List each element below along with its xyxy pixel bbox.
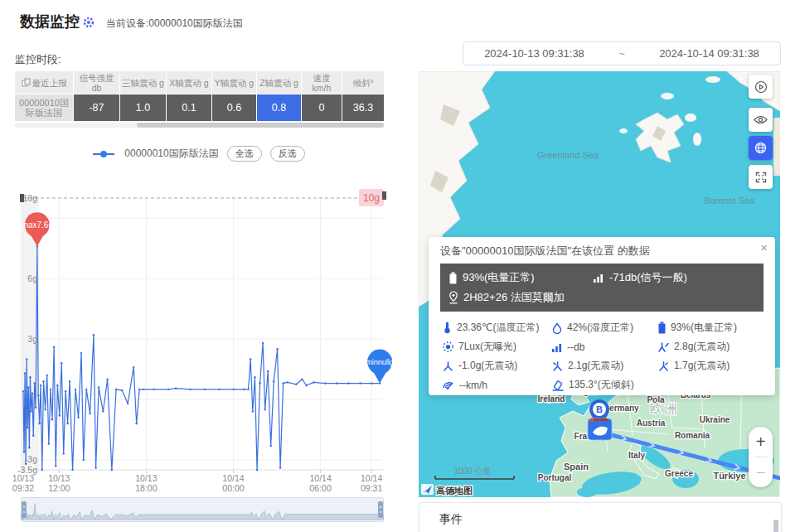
popup-battery-value: 93%(电量正常) xyxy=(463,270,535,285)
report-icon xyxy=(22,78,31,87)
legend-series-item[interactable] xyxy=(93,151,114,157)
tilt-icon xyxy=(551,380,565,391)
zoom-out-button[interactable]: − xyxy=(749,457,773,487)
svg-text:3g: 3g xyxy=(27,334,37,344)
svg-text:10/1406:00: 10/1406:00 xyxy=(309,473,331,493)
map-island xyxy=(693,133,701,146)
table-header-speed: 速度 km/h xyxy=(302,71,342,94)
battery-icon xyxy=(657,322,667,334)
datazoom-right-handle[interactable] xyxy=(378,501,383,518)
svg-text:10/1318:00: 10/1318:00 xyxy=(135,473,157,493)
chart-legend: 00000010国际版法国 全选 反选 xyxy=(0,146,398,162)
europe-cjk-label: 欧洲 xyxy=(650,401,680,415)
end-datetime-input[interactable]: 2024-10-14 09:31:38 xyxy=(638,47,780,60)
monitor-period-label: 监控时段: xyxy=(15,52,61,67)
signal-icon xyxy=(551,342,563,352)
svg-text:10/1312:00: 10/1312:00 xyxy=(48,473,70,493)
select-all-button[interactable]: 全选 xyxy=(227,146,262,162)
table-header-recent: 最近上报 xyxy=(15,71,73,94)
barents-sea-label: Barents Sea xyxy=(705,196,755,206)
amap-logo[interactable]: 高德地图 xyxy=(421,484,473,496)
datazoom-left-handle[interactable] xyxy=(22,501,27,518)
humidity-icon xyxy=(551,322,563,334)
romania-label: Romania xyxy=(675,431,710,440)
vibration-y-icon xyxy=(551,360,564,372)
map-scale-label: 1000 公里 xyxy=(453,467,491,476)
light-icon xyxy=(442,341,454,353)
svg-text:-3g: -3g xyxy=(25,454,37,464)
spain-label: Spain xyxy=(564,462,589,472)
table-cell-speed: 0 xyxy=(302,94,342,121)
svg-text:max7.6g: max7.6g xyxy=(22,220,53,230)
table-header-vibz: Z轴震动 g xyxy=(257,71,301,94)
map-zoom-control: + − xyxy=(749,427,773,487)
page-title: 数据监控 xyxy=(20,12,80,31)
map-island xyxy=(619,128,628,133)
turkiye-label: Türkiye xyxy=(713,471,745,481)
table-cell-vib3: 1.0 xyxy=(120,94,166,121)
events-panel: 事件 xyxy=(419,502,782,532)
svg-text:10/1409:31: 10/1409:31 xyxy=(361,473,382,493)
device-table: 最近上报 信号强度 db 三轴震动 g X轴震动 g Y轴震动 g Z轴震动 g… xyxy=(15,71,384,121)
table-header-vib3: 三轴震动 g xyxy=(120,71,166,94)
svg-text:10g: 10g xyxy=(22,193,37,203)
table-cell-device-name[interactable]: 00000010国际版法国 xyxy=(15,94,73,121)
vibration-line-chart[interactable]: 10g10g9g6g3g-3g-3.5g10/1309:3210/1312:00… xyxy=(0,174,398,499)
map-layer-globe-button[interactable] xyxy=(749,136,773,160)
location-pin-icon xyxy=(448,291,458,304)
table-header-signal: 信号强度 db xyxy=(74,71,119,94)
map-sicily xyxy=(640,480,648,485)
battery-icon xyxy=(448,272,458,284)
portugal-label: Portugal xyxy=(538,473,572,482)
globe-icon xyxy=(754,142,767,154)
zoom-in-button[interactable]: + xyxy=(749,427,773,457)
eye-icon xyxy=(754,114,768,125)
svg-text:minnullg: minnullg xyxy=(366,358,394,366)
svg-text:6g: 6g xyxy=(27,273,37,283)
popup-title: 设备"00000010国际版法国"在该位置 的数据 xyxy=(429,237,775,264)
legend-line-icon xyxy=(93,153,100,155)
events-scrollbar-thumb[interactable] xyxy=(773,520,778,532)
marker-letter: B xyxy=(596,404,603,414)
speed-icon xyxy=(442,380,455,390)
play-icon xyxy=(754,80,768,94)
map-land-strip xyxy=(773,118,780,176)
vibration-3axis-icon xyxy=(657,341,670,353)
start-datetime-input[interactable]: 2024-10-13 09:31:38 xyxy=(463,47,605,60)
table-cell-tilt: 36.3 xyxy=(342,94,384,121)
alert-dot-icon xyxy=(590,418,594,423)
vehicle-badge[interactable] xyxy=(588,418,612,440)
amap-brand-label: 高德地图 xyxy=(436,486,473,496)
invert-selection-button[interactable]: 反选 xyxy=(270,146,305,162)
date-range-separator: ~ xyxy=(605,47,638,60)
popup-timestamp: 2024-10-14 01:38:25 xyxy=(429,394,775,395)
signal-icon xyxy=(593,273,604,283)
ireland-label: Ireland xyxy=(538,394,565,404)
table-header-vibx: X轴震动 g xyxy=(167,71,211,94)
settings-gear-icon[interactable] xyxy=(82,16,95,32)
chart-datazoom-slider[interactable] xyxy=(21,497,384,522)
map-play-button[interactable] xyxy=(749,75,773,99)
table-scrollbar-thumb[interactable] xyxy=(137,123,384,128)
expand-icon xyxy=(755,172,767,183)
popup-signal-value: -71db(信号一般) xyxy=(609,270,687,285)
legend-line-icon xyxy=(107,153,114,155)
vibration-z-icon xyxy=(657,360,670,372)
greenland-sea-label: Greenland Sea xyxy=(537,150,599,160)
map-visibility-button[interactable] xyxy=(749,108,773,132)
map-island xyxy=(661,93,674,99)
italy-label: Italy xyxy=(628,451,645,460)
popup-summary-bar: 93%(电量正常) -71db(信号一般) 2H82+26 法国莫爾加 xyxy=(440,264,764,312)
legend-series-label[interactable]: 00000010国际版法国 xyxy=(124,147,218,161)
popup-metrics-grid: 23.36℃(温度正常) 42%(湿度正常) 93%(电量正常) 7Lux(无曝… xyxy=(442,318,773,394)
austria-label: Austria xyxy=(637,418,666,428)
thermometer-icon xyxy=(442,322,453,334)
popup-close-icon[interactable]: × xyxy=(760,241,768,254)
svg-text:10/1400:00: 10/1400:00 xyxy=(222,473,244,493)
table-cell-vibz-highlighted: 0.8 xyxy=(257,94,301,121)
device-data-popup: 设备"00000010国际版法国"在该位置 的数据 × 93%(电量正常) -7… xyxy=(429,237,775,395)
popup-location-value: 2H82+26 法国莫爾加 xyxy=(463,290,565,305)
map-fullscreen-button[interactable] xyxy=(749,165,773,189)
date-range-picker: 2024-10-13 09:31:38 ~ 2024-10-14 09:31:3… xyxy=(463,41,781,65)
table-scrollbar-track[interactable] xyxy=(15,123,384,128)
